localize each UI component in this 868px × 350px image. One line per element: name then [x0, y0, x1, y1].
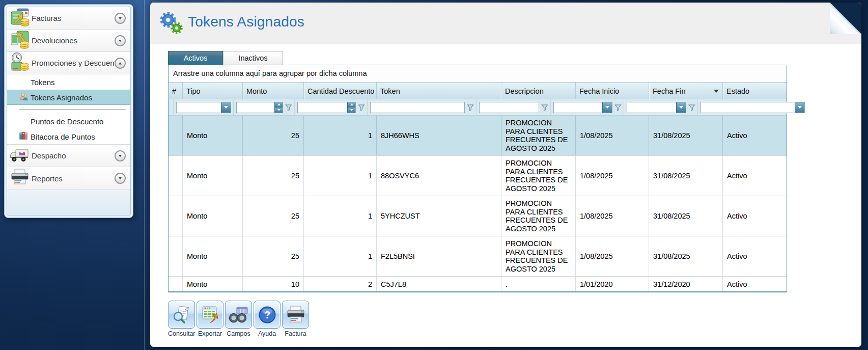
group-by-panel[interactable]: Arrastre una columna aquí para agrupar p…: [169, 65, 787, 83]
spin-buttons[interactable]: [347, 102, 355, 113]
filter-funnel-icon[interactable]: [285, 104, 292, 111]
sidebar-item-tokens-asignados[interactable]: Tokens Asignados: [7, 90, 130, 105]
sidebar-item-bitacora-de-puntos[interactable]: Bitacora de Puntos: [7, 129, 130, 144]
column-header-fecha-fin[interactable]: Fecha Fin: [649, 83, 723, 99]
column-header-monto[interactable]: Monto: [243, 83, 304, 99]
filter-cantidad-spinner[interactable]: [297, 102, 356, 113]
column-header-cantidad-descuento[interactable]: Cantidad Descuento: [304, 83, 377, 99]
gears-icon: [159, 11, 183, 37]
column-header-descripcion[interactable]: Descripcion: [501, 83, 576, 99]
tab-inactivos[interactable]: Inactivos: [223, 51, 283, 65]
filter-token-box[interactable]: [370, 102, 465, 113]
column-header-fecha-inicio[interactable]: Fecha Inicio: [576, 83, 649, 99]
books-icon: [19, 131, 29, 143]
filter-estado-combo[interactable]: [701, 102, 805, 113]
filter-descripcion-box[interactable]: [479, 102, 539, 113]
column-header-estado[interactable]: Estado: [723, 83, 787, 99]
cell-estado: Activo: [723, 116, 787, 155]
filter-cell-monto: [234, 99, 295, 115]
filter-fecha-inicio-picker[interactable]: [553, 102, 612, 113]
filter-fecha-fin-input[interactable]: [627, 102, 676, 113]
campos-button[interactable]: [225, 301, 252, 329]
returns-coins-icon: [10, 30, 30, 52]
spin-down-button[interactable]: [347, 107, 355, 113]
filter-cell-num: [169, 99, 174, 115]
tokens-grid: Arrastre una columna aquí para agrupar p…: [168, 65, 787, 292]
exportar-button[interactable]: [197, 301, 223, 329]
sidebar-separator: [19, 109, 126, 110]
expand-down-button[interactable]: [115, 150, 126, 161]
bottom-toolbar: Consultar Exportar: [168, 301, 309, 337]
tab-activos[interactable]: Activos: [168, 51, 223, 65]
collapse-up-button[interactable]: [115, 58, 126, 69]
cell-cantidad-descuento: 2: [304, 277, 377, 291]
factura-button[interactable]: [282, 301, 309, 329]
filter-descripcion-input[interactable]: [480, 102, 539, 113]
expand-down-button[interactable]: [115, 35, 126, 46]
filter-fecha-inicio-input[interactable]: [554, 102, 602, 113]
cell-monto: 10: [243, 277, 304, 291]
filter-cantidad-input[interactable]: [298, 102, 347, 113]
cell-token: C5J7L8: [377, 277, 501, 291]
filter-tipo-combo[interactable]: [176, 102, 231, 113]
sidebar-item-puntos-de-descuento[interactable]: Puntos de Descuento: [7, 114, 130, 129]
cell-token: 5YHCZUST: [377, 196, 501, 236]
sidebar-item-label: Despacho: [32, 151, 66, 160]
cell-monto: 25: [243, 116, 304, 155]
filter-fecha-fin-picker[interactable]: [627, 102, 686, 113]
dropdown-arrow-button[interactable]: [676, 102, 686, 113]
filter-funnel-icon[interactable]: [467, 104, 474, 111]
column-header-tipo[interactable]: Tipo: [183, 83, 243, 99]
ayuda-button[interactable]: ?: [254, 301, 281, 329]
cell-estado: Activo: [723, 196, 787, 236]
sidebar-item-devoluciones[interactable]: Devoluciones: [7, 30, 130, 52]
cell-estado: Activo: [723, 236, 787, 276]
sidebar-item-label: Devoluciones: [32, 36, 77, 45]
sidebar-item-reportes[interactable]: Reportes: [7, 167, 130, 190]
sort-descending-icon: [714, 90, 719, 93]
spin-up-button[interactable]: [274, 102, 283, 107]
delivery-truck-icon: [10, 147, 30, 165]
svg-text:?: ?: [264, 309, 270, 320]
printer-icon: [10, 168, 30, 189]
dropdown-arrow-button[interactable]: [221, 102, 231, 113]
table-row[interactable]: Monto 25 1 88OSVYC6 PROMOCION PARA CLIEN…: [169, 156, 787, 196]
sidebar-item-promociones-y-descuentos[interactable]: Promociones y Descuentos: [7, 52, 130, 74]
dropdown-arrow-button[interactable]: [795, 102, 804, 113]
sidebar-item-facturas[interactable]: Facturas: [7, 7, 130, 30]
table-row[interactable]: Monto 10 2 C5J7L8 . 1/01/2020 31/12/2020…: [169, 277, 787, 291]
sidebar-item-tokens[interactable]: Tokens: [7, 74, 130, 90]
filter-funnel-icon[interactable]: [688, 104, 695, 111]
filter-token-input[interactable]: [371, 102, 464, 113]
expand-down-button[interactable]: [115, 173, 126, 184]
sidebar-item-label: Tokens: [31, 78, 55, 87]
table-row[interactable]: Monto 25 1 8JH66WHS PROMOCION PARA CLIEN…: [169, 116, 787, 156]
cell-fecha-fin: 31/08/2025: [649, 116, 723, 155]
filter-monto-input[interactable]: [237, 102, 274, 113]
table-row[interactable]: Monto 25 1 F2L5BNSI PROMOCION PARA CLIEN…: [169, 236, 787, 277]
cell-monto: 25: [243, 196, 304, 236]
sidebar-item-despacho[interactable]: Despacho: [7, 144, 130, 167]
column-header-token[interactable]: Token: [377, 83, 501, 99]
column-header-num[interactable]: #: [169, 83, 183, 99]
filter-cell-fecha-fin: [624, 99, 698, 115]
consultar-button[interactable]: [168, 301, 195, 329]
cell-descripcion: PROMOCION PARA CLIENTES FRECUENTES DE AG…: [501, 196, 576, 236]
table-row[interactable]: Monto 25 1 5YHCZUST PROMOCION PARA CLIEN…: [169, 196, 787, 236]
dropdown-arrow-button[interactable]: [602, 102, 612, 113]
cell-descripcion: .: [501, 277, 576, 291]
expand-down-button[interactable]: [115, 13, 126, 24]
spin-up-button[interactable]: [347, 102, 355, 107]
spin-down-button[interactable]: [274, 107, 283, 113]
help-icon: ?: [258, 305, 277, 325]
filter-funnel-icon[interactable]: [541, 104, 548, 111]
filter-funnel-icon[interactable]: [614, 104, 622, 111]
spin-buttons[interactable]: [274, 102, 283, 113]
filter-tipo-input[interactable]: [177, 102, 221, 113]
assigned-user-icon: [19, 92, 29, 103]
filter-funnel-icon[interactable]: [358, 104, 365, 111]
filter-estado-input[interactable]: [701, 102, 795, 113]
cell-fecha-fin: 31/08/2025: [649, 236, 723, 276]
filter-monto-spinner[interactable]: [236, 102, 283, 113]
toolbar-button-label: Exportar: [197, 330, 223, 337]
